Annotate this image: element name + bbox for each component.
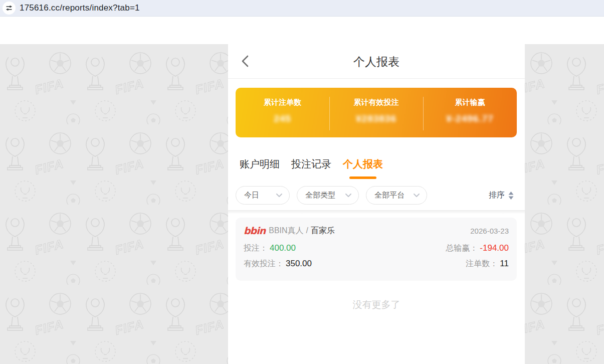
- chevron-down-icon: [413, 193, 420, 198]
- url-text[interactable]: 175616.cc/reports/index?tab=1: [20, 3, 140, 13]
- summary-total-bets: 累计注单数 245: [236, 88, 329, 137]
- filter-shadow: [228, 210, 525, 214]
- record-game: 百家乐: [311, 226, 335, 236]
- bet-count-label: 注单数：: [466, 259, 498, 269]
- summary-label: 累计有效投注: [354, 98, 399, 107]
- sort-control[interactable]: 排序: [489, 186, 514, 205]
- tab-account-details[interactable]: 账户明细: [240, 157, 280, 170]
- winloss-label: 总输赢：: [446, 243, 478, 254]
- filter-bar: 今日 全部类型 全部平台: [236, 186, 427, 205]
- bet-label: 投注：: [244, 243, 268, 254]
- tab-bar: 账户明细 投注记录 个人报表: [240, 157, 383, 170]
- record-date: 2026-03-23: [470, 227, 509, 235]
- valid-bet-value: 350.00: [286, 259, 312, 269]
- report-panel: 个人报表 累计注单数 245 累计有效投注 ¥283836 累计输赢 ¥-249…: [228, 17, 525, 364]
- bet-value: 400.00: [270, 243, 296, 253]
- tune-icon: [6, 5, 13, 12]
- summary-label: 累计输赢: [455, 98, 485, 107]
- filter-label: 全部平台: [374, 191, 405, 200]
- summary-value-censored: 245: [274, 113, 291, 124]
- record-separator: /: [306, 226, 308, 235]
- tab-bet-records[interactable]: 投注记录: [291, 157, 331, 170]
- chevron-down-icon: [276, 193, 283, 198]
- page-body: FIFA: [0, 17, 604, 364]
- filter-label: 全部类型: [305, 191, 335, 200]
- record-row-valid: 有效投注： 350.00 注单数： 11: [244, 259, 509, 269]
- no-more-text: 没有更多了: [228, 298, 525, 311]
- summary-label: 累计注单数: [264, 98, 301, 107]
- summary-value-censored: ¥283836: [356, 113, 396, 124]
- tab-personal-report[interactable]: 个人报表: [343, 157, 383, 170]
- sort-arrows-icon: [508, 191, 514, 200]
- filter-date-dropdown[interactable]: 今日: [236, 186, 290, 205]
- summary-card: 累计注单数 245 累计有效投注 ¥283836 累计输赢 ¥-2496.77: [236, 88, 517, 137]
- filter-platform-dropdown[interactable]: 全部平台: [366, 186, 427, 205]
- bbin-logo: bbin: [244, 225, 265, 236]
- valid-bet-label: 有效投注：: [244, 259, 284, 269]
- bet-count-value: 11: [500, 259, 509, 269]
- winloss-value: -194.00: [480, 243, 509, 253]
- chevron-down-icon: [345, 193, 352, 198]
- record-row-bet: 投注： 400.00 总输赢： -194.00: [244, 243, 509, 254]
- summary-winloss: 累计输赢 ¥-2496.77: [423, 88, 517, 137]
- browser-url-bar: 175616.cc/reports/index?tab=1: [0, 0, 604, 17]
- summary-value-censored: ¥-2496.77: [446, 113, 494, 124]
- filter-type-dropdown[interactable]: 全部类型: [297, 186, 359, 205]
- page-title: 个人报表: [228, 54, 525, 70]
- record-header-row: bbin BBIN真人 / 百家乐 2026-03-23: [244, 225, 509, 236]
- filter-label: 今日: [244, 191, 259, 200]
- record-platform: BBIN真人: [269, 226, 303, 236]
- summary-valid-bets: 累计有效投注 ¥283836: [329, 88, 423, 137]
- site-settings-button[interactable]: [3, 2, 16, 15]
- report-record-card[interactable]: bbin BBIN真人 / 百家乐 2026-03-23 投注： 400.00 …: [236, 218, 517, 281]
- header-divider: [228, 78, 525, 79]
- sort-label: 排序: [489, 190, 505, 201]
